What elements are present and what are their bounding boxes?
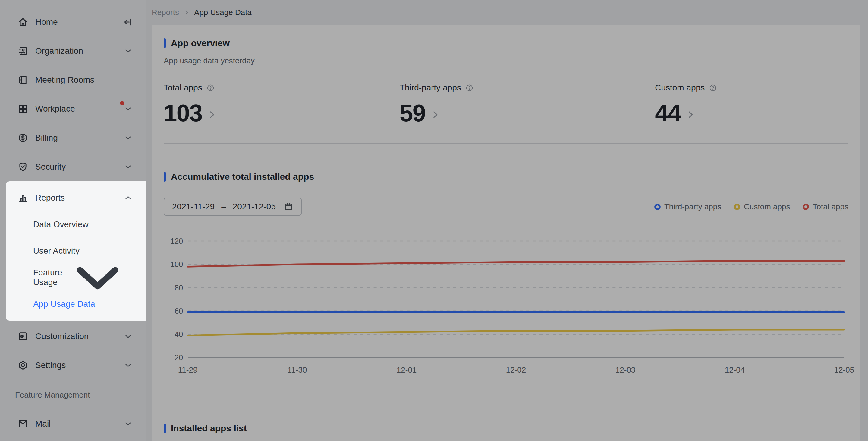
sidebar-item-label: Data Overview [33,219,133,229]
chevron-up-icon [124,193,133,202]
sidebar-item-label: Reports [35,193,117,203]
sidebar-item-feature-usage[interactable]: Feature Usage [6,264,146,291]
sidebar-item-reports[interactable]: Reports [6,185,146,211]
reports-icon [17,192,29,204]
sidebar-reports-spotlight: ReportsData OverviewUser ActivityFeature… [6,181,146,321]
sidebar-item-data-overview[interactable]: Data Overview [6,211,146,238]
sidebar-item-label: App Usage Data [33,299,133,309]
sidebar-item-label: Feature Usage [33,268,62,287]
